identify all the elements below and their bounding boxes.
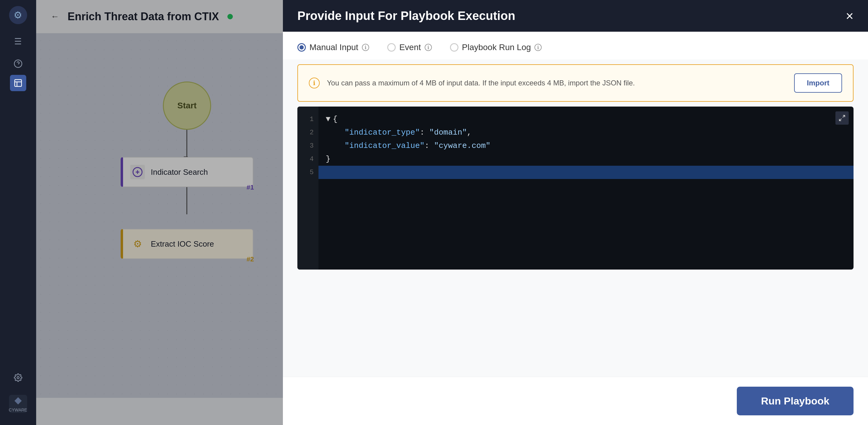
radio-playbook-label: Playbook Run Log [462, 42, 531, 52]
svg-point-3 [17, 377, 19, 379]
radio-manual-input[interactable]: Manual Input ℹ [298, 42, 369, 52]
sidebar-item-playbooks[interactable] [10, 56, 26, 72]
modal-panel: Provide Input For Playbook Execution × M… [283, 0, 868, 425]
line-num-4: 4 [298, 152, 318, 166]
playbook-run-info-icon[interactable]: ℹ [534, 44, 542, 51]
line-numbers: 1 2 3 4 5 [298, 107, 318, 270]
expand-editor-button[interactable] [835, 111, 849, 125]
svg-rect-2 [14, 80, 22, 87]
code-line-4: } [326, 152, 846, 166]
line-num-5: 5 [298, 166, 318, 179]
code-line-3: "indicator_value": "cyware.com" [326, 139, 846, 152]
code-content[interactable]: ▼ { "indicator_type": "domain", "indicat… [318, 107, 854, 185]
menu-icon[interactable]: ☰ [10, 33, 26, 50]
line-num-3: 3 [298, 139, 318, 152]
radio-playbook-run-log[interactable]: Playbook Run Log ℹ [450, 42, 542, 52]
canvas-area: ← Enrich Threat Data from CTIX Start ▼ I… [36, 0, 868, 425]
logo-icon: ⚙ [13, 9, 22, 21]
info-banner-text: You can pass a maximum of 4 MB of input … [327, 78, 787, 88]
sidebar-item-settings[interactable] [10, 369, 26, 386]
line-num-1: 1 [298, 113, 318, 126]
event-info-icon[interactable]: ℹ [425, 44, 432, 51]
modal-body: Manual Input ℹ Event ℹ Playbook Run Log … [283, 32, 868, 377]
collapse-triangle: ▼ [326, 113, 331, 126]
radio-manual-circle[interactable] [298, 43, 306, 52]
cyware-logo-bottom: CYWARE [9, 395, 27, 413]
modal-footer: Run Playbook [283, 377, 868, 425]
modal-title: Provide Input For Playbook Execution [298, 9, 515, 23]
code-line-2: "indicator_type": "domain", [326, 126, 846, 139]
code-line-5[interactable] [318, 166, 854, 179]
app-logo: ⚙ [9, 6, 27, 24]
close-button[interactable]: × [846, 9, 854, 23]
code-editor-inner[interactable]: 1 2 3 4 5 ▼ { "indicator_type": "domain"… [298, 107, 854, 270]
radio-playbook-circle[interactable] [450, 43, 459, 52]
radio-event[interactable]: Event ℹ [387, 42, 432, 52]
manual-input-info-icon[interactable]: ℹ [362, 44, 369, 51]
sidebar-item-active[interactable] [10, 75, 26, 91]
svg-line-8 [839, 119, 841, 121]
code-line-1: ▼ { [326, 113, 846, 126]
input-type-radio-group: Manual Input ℹ Event ℹ Playbook Run Log … [283, 32, 868, 59]
line-num-2: 2 [298, 126, 318, 139]
info-icon: ℹ [309, 78, 320, 88]
sidebar: ⚙ ☰ CYWARE [0, 0, 36, 425]
radio-event-circle[interactable] [387, 43, 396, 52]
import-button[interactable]: Import [794, 73, 842, 93]
run-playbook-button[interactable]: Run Playbook [737, 387, 854, 415]
modal-header: Provide Input For Playbook Execution × [283, 0, 868, 32]
info-banner: ℹ You can pass a maximum of 4 MB of inpu… [298, 64, 854, 102]
code-editor[interactable]: 1 2 3 4 5 ▼ { "indicator_type": "domain"… [298, 107, 854, 270]
radio-manual-label: Manual Input [309, 42, 358, 52]
radio-event-label: Event [399, 42, 421, 52]
svg-line-7 [843, 115, 845, 117]
